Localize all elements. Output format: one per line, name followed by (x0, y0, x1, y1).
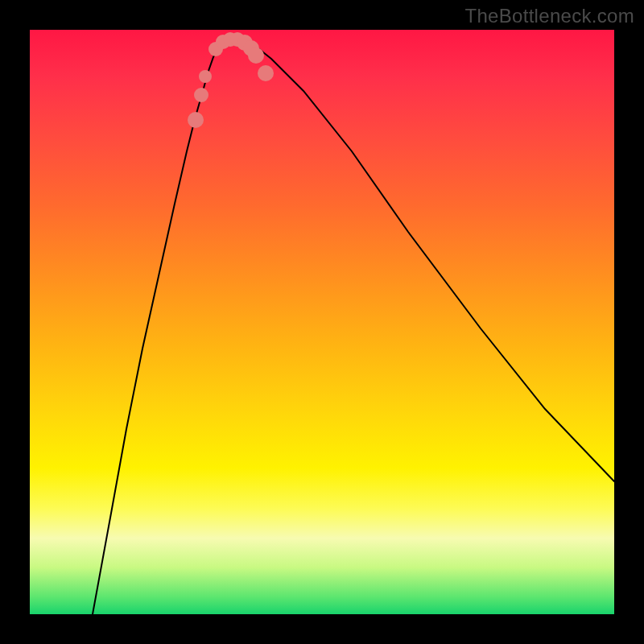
highlight-dot (188, 112, 204, 128)
chart-frame: TheBottleneck.com (0, 0, 644, 644)
bottleneck-curve (93, 38, 614, 614)
watermark-text: TheBottleneck.com (464, 5, 634, 27)
highlight-dot (248, 47, 264, 64)
highlight-dot (199, 70, 212, 83)
highlight-dot (258, 65, 274, 81)
plot-area (30, 30, 614, 614)
chart-svg (30, 30, 614, 614)
highlight-dots-group (188, 32, 274, 128)
highlight-dot (194, 88, 208, 102)
